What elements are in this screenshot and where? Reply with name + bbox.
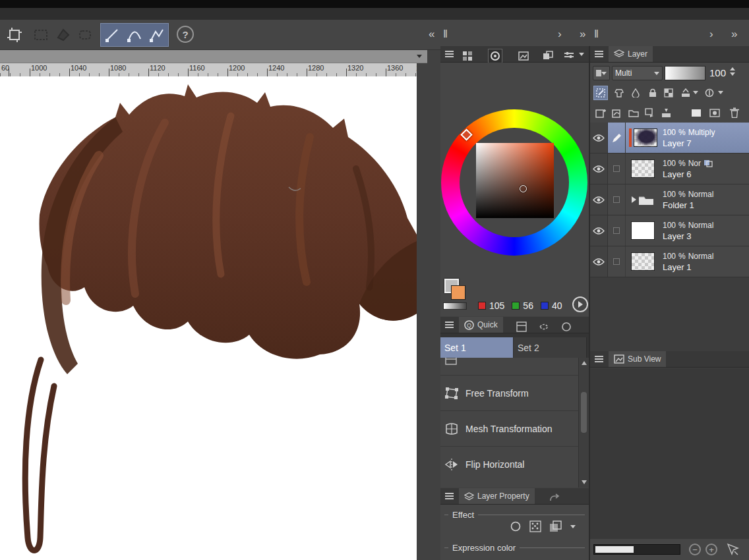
blend-mode-dropdown[interactable]: Multi xyxy=(612,66,663,80)
layer-property-menu-icon[interactable] xyxy=(445,495,454,497)
collapse-right-icon[interactable]: » xyxy=(580,26,585,42)
tab-layer[interactable]: Layer xyxy=(609,46,653,62)
layer-name[interactable]: Layer 1 xyxy=(663,262,749,272)
layer-visibility-toggle[interactable] xyxy=(590,215,608,246)
new-vector-layer-icon[interactable] xyxy=(610,105,624,120)
layer-thumbnail-cell[interactable] xyxy=(626,215,660,246)
editing-indicator[interactable] xyxy=(608,154,626,184)
layer-panel-menu-icon[interactable] xyxy=(595,53,603,55)
layer-name[interactable]: Layer 7 xyxy=(663,138,749,148)
list-item-mesh-transformation[interactable]: Mesh Transformation xyxy=(440,410,578,446)
layer-info[interactable]: 100%Normal Folder 1 xyxy=(660,184,749,215)
layer-thumbnail-cell[interactable] xyxy=(626,184,660,215)
color-history-button[interactable] xyxy=(572,296,588,312)
layer-opacity-value[interactable]: 100 xyxy=(709,67,726,78)
new-folder-icon[interactable] xyxy=(626,105,641,120)
list-item-free-transform[interactable]: Free Transform xyxy=(440,375,578,410)
color-panel-menu-icon[interactable] xyxy=(445,53,454,55)
scroll-down-icon[interactable] xyxy=(582,480,587,484)
layer-info[interactable]: 100%Normal Layer 1 xyxy=(660,246,749,277)
tone-effect-icon[interactable] xyxy=(529,520,541,532)
lock-row-caret-icon[interactable] xyxy=(693,91,698,94)
layer-thumbnail-cell[interactable] xyxy=(626,246,660,277)
layer-row-layer7[interactable]: 100%Multiply Layer 7 xyxy=(590,123,749,154)
mask-area-icon[interactable] xyxy=(707,105,722,120)
merge-down-icon[interactable] xyxy=(659,105,674,120)
clip-to-layer-below-icon[interactable] xyxy=(678,86,693,100)
zoom-in-button[interactable]: + xyxy=(705,544,717,555)
tab-layer-property[interactable]: Layer Property xyxy=(459,488,535,504)
curve-tool-icon[interactable] xyxy=(123,24,146,45)
panel-grip-icon[interactable]: ‖ xyxy=(443,26,448,42)
layer-mask-icon[interactable] xyxy=(689,105,704,120)
droplet-icon[interactable] xyxy=(628,86,643,100)
lock-transparent-pixels-icon[interactable] xyxy=(661,86,676,100)
lock-icon[interactable] xyxy=(645,86,660,100)
editing-indicator[interactable] xyxy=(608,123,626,153)
quick-access-scrollbar[interactable] xyxy=(578,358,589,488)
layer-thumbnail-cell[interactable] xyxy=(626,123,660,153)
navigator-button[interactable] xyxy=(726,543,739,559)
layer-row-layer1[interactable]: 100%Normal Layer 1 xyxy=(590,246,749,277)
layer-thumbnail[interactable] xyxy=(634,128,657,147)
layer-row-folder1[interactable]: 100%Normal Folder 1 xyxy=(590,184,749,215)
layer-row-layer3[interactable]: 100%Normal Layer 3 xyxy=(590,215,749,246)
layer-visibility-toggle[interactable] xyxy=(590,246,608,277)
folder-expand-icon[interactable] xyxy=(632,196,636,203)
layer-row-layer6[interactable]: 100%Nor Layer 6 xyxy=(590,154,749,184)
combine-mode-combo[interactable] xyxy=(593,66,610,80)
editing-indicator[interactable] xyxy=(608,184,626,215)
transfer-layer-icon[interactable] xyxy=(643,105,657,120)
layer-info[interactable]: 100%Multiply Layer 7 xyxy=(660,123,749,153)
tab-quick-access[interactable]: Q Quick xyxy=(459,317,503,333)
border-effect-icon[interactable] xyxy=(510,520,522,532)
edit-checkbox[interactable] xyxy=(613,196,620,203)
layer-visibility-toggle[interactable] xyxy=(590,184,608,215)
tab-set-2[interactable]: Set 2 xyxy=(514,337,587,358)
lasso-tool-icon[interactable] xyxy=(53,24,74,45)
sub-view-menu-icon[interactable] xyxy=(595,358,603,360)
selection-area-tool-icon[interactable] xyxy=(75,24,96,45)
main-color-swatch[interactable] xyxy=(451,285,465,300)
lasso-tab-icon[interactable] xyxy=(537,320,551,334)
layer-name[interactable]: Layer 3 xyxy=(663,231,749,241)
list-item-flip-horizontal[interactable]: Flip Horizontal xyxy=(440,446,578,482)
reference-layer-icon[interactable] xyxy=(702,86,717,100)
layer-thumbnail-cell[interactable] xyxy=(626,154,660,184)
layer-thumbnail[interactable] xyxy=(631,221,655,240)
edit-checkbox[interactable] xyxy=(613,165,620,172)
layer-thumbnail[interactable] xyxy=(631,252,655,271)
layer-thumbnail[interactable] xyxy=(631,159,655,178)
scrollbar-thumb[interactable] xyxy=(581,392,587,433)
opacity-slider[interactable] xyxy=(665,66,705,80)
sub-view-zoom-slider[interactable] xyxy=(593,544,680,555)
color-mixer-tab-icon[interactable] xyxy=(562,49,576,63)
color-wheel-tab-icon[interactable] xyxy=(488,49,502,63)
expand-right-icon[interactable]: › xyxy=(709,26,713,42)
transparent-color-chip[interactable] xyxy=(443,302,467,310)
editing-indicator[interactable] xyxy=(608,215,626,246)
sv-cursor[interactable] xyxy=(520,185,527,192)
color-header-dropdown-icon[interactable] xyxy=(579,53,584,56)
layer-info[interactable]: 100%Normal Layer 3 xyxy=(660,215,749,246)
canvas-tab-dropdown-icon[interactable] xyxy=(417,55,422,58)
tab-set-1[interactable]: Set 1 xyxy=(440,337,514,358)
edit-checkbox[interactable] xyxy=(613,258,620,265)
zoom-out-button[interactable]: − xyxy=(689,544,701,555)
expand-right-icon[interactable]: › xyxy=(558,26,562,42)
color-set-tab-icon[interactable] xyxy=(541,49,555,63)
collapse-left-icon[interactable]: « xyxy=(429,26,434,42)
delete-layer-icon[interactable] xyxy=(727,105,742,120)
color-grid-tab-icon[interactable] xyxy=(460,49,475,63)
edit-checkbox[interactable] xyxy=(613,227,620,234)
layer-name[interactable]: Layer 6 xyxy=(663,169,749,179)
effect-dropdown-icon[interactable] xyxy=(570,525,576,528)
editing-indicator[interactable] xyxy=(608,246,626,277)
layer-visibility-toggle[interactable] xyxy=(590,123,608,153)
layer-reflect-icon[interactable] xyxy=(549,520,562,532)
polyline-tool-icon[interactable] xyxy=(146,24,168,45)
scroll-up-icon[interactable] xyxy=(582,361,587,365)
tab-sub-view[interactable]: Sub View xyxy=(609,351,666,367)
selection-pen-icon[interactable] xyxy=(593,86,608,100)
layer-name[interactable]: Folder 1 xyxy=(663,200,749,210)
